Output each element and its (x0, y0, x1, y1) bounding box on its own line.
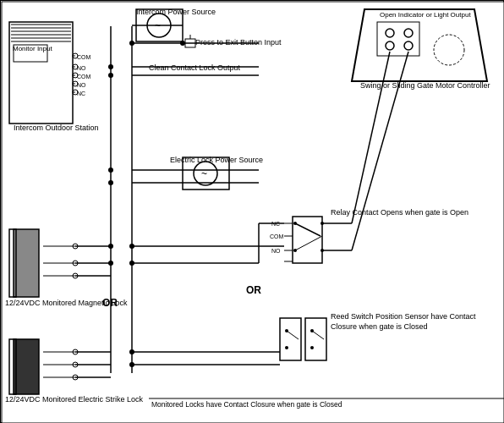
diagram-container: COM NO COM NO NC ~ ~ (0, 0, 504, 423)
clean-contact-label: Clean Contact Lock Output (149, 63, 240, 74)
monitor-input-label: Monitor Input (13, 45, 52, 53)
svg-point-96 (310, 346, 314, 349)
intercom-outdoor-label: Intercom Outdoor Station (14, 124, 99, 134)
relay-contact-label: Relay Contact Opens when gate is Open (331, 208, 468, 218)
svg-point-95 (310, 329, 314, 332)
svg-text:NO: NO (77, 65, 86, 71)
svg-rect-41 (14, 229, 39, 297)
reed-switch-label: Reed Switch Position Sensor have Contact… (331, 312, 503, 332)
electric-lock-power-label: Electric Lock Power Source (170, 156, 263, 166)
swing-gate-label: Swing or Sliding Gate Motor Controller (360, 81, 490, 91)
press-to-exit-label: Press to Exit Button Input (195, 38, 282, 47)
svg-text:NC: NC (77, 91, 85, 96)
svg-point-31 (180, 41, 185, 46)
svg-text:COM: COM (270, 233, 284, 239)
svg-point-65 (108, 168, 113, 173)
electric-strike-label: 12/24VDC Monitored Electric Strike Lock (5, 395, 143, 405)
or2-label: OR (246, 284, 261, 296)
open-indicator-label: Open Indicator or Light Output (380, 11, 471, 19)
svg-rect-49 (14, 339, 39, 394)
svg-text:COM: COM (77, 54, 91, 60)
svg-text:COM: COM (77, 74, 91, 80)
or1-label: OR (102, 297, 118, 309)
svg-point-68 (108, 261, 113, 266)
svg-text:~: ~ (201, 168, 207, 179)
svg-point-67 (108, 244, 113, 249)
svg-point-111 (129, 362, 134, 367)
svg-point-92 (285, 329, 288, 332)
svg-point-110 (129, 349, 134, 354)
monitored-locks-label: Monitored Locks have Contact Closure whe… (151, 400, 342, 409)
svg-point-109 (129, 41, 134, 46)
svg-text:NO: NO (271, 248, 281, 254)
svg-point-93 (285, 346, 288, 349)
svg-point-64 (108, 73, 113, 78)
svg-point-66 (108, 180, 113, 185)
svg-point-77 (293, 222, 297, 225)
intercom-power-label: Intercom Power Source (136, 8, 216, 17)
svg-point-63 (108, 64, 113, 69)
svg-text:NO: NO (77, 82, 86, 88)
